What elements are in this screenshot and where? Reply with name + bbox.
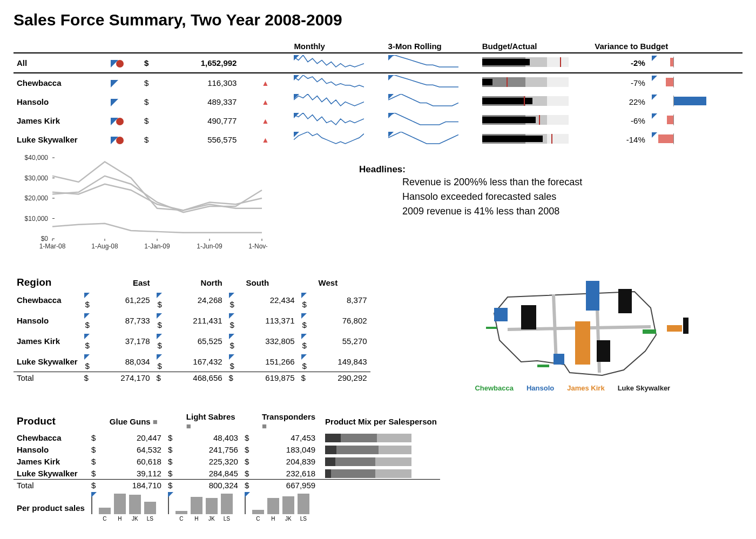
svg-rect-30	[597, 340, 610, 362]
cell-value: 61,225	[98, 289, 153, 310]
drill-icon[interactable]	[111, 137, 118, 144]
drill-icon[interactable]	[652, 95, 657, 100]
mini-bar-label: C	[176, 516, 187, 522]
drill-icon[interactable]	[294, 55, 299, 60]
drill-icon[interactable]	[245, 492, 250, 497]
sales-name: Luke Skywalker	[14, 130, 107, 149]
summary-table: Monthly 3-Mon Rolling Budget/Actual Vari…	[14, 40, 742, 149]
headlines: Headlines: Revenue is 200%% less than th…	[267, 153, 742, 219]
cell-value: 87,733	[98, 310, 153, 331]
cell-value: 184,710	[106, 480, 165, 491]
currency-symbol: $	[141, 111, 158, 130]
svg-text:1-Mar-08: 1-Mar-08	[39, 242, 66, 250]
row-icons	[107, 53, 141, 73]
drill-icon[interactable]	[294, 94, 299, 99]
variance-bar	[652, 133, 711, 144]
drill-icon[interactable]	[157, 334, 162, 339]
drill-icon[interactable]	[84, 293, 90, 298]
monthly-sparkline	[294, 75, 364, 91]
cell-value: 225,320	[183, 455, 241, 467]
row-icons	[107, 130, 141, 149]
bullet-chart	[482, 96, 569, 106]
region-row: Hansolo$87,733$211,431$113,371$76,802	[14, 310, 370, 331]
mini-bar-label: JK	[206, 516, 218, 522]
drill-icon[interactable]	[652, 76, 657, 81]
svg-rect-23	[494, 308, 508, 321]
revenue-value: 489,337	[158, 92, 240, 111]
drill-icon[interactable]	[111, 118, 118, 125]
cell-value: 60,618	[106, 455, 165, 467]
svg-rect-27	[667, 325, 682, 332]
cell-value: 619,875	[243, 372, 298, 384]
drill-icon[interactable]	[388, 94, 394, 99]
trend-chart: $40,000$30,000$20,000$10,000$01-Mar-081-…	[14, 152, 267, 257]
row-icons	[107, 111, 141, 130]
per-product-label: Per product sales	[14, 491, 88, 524]
drill-icon[interactable]	[111, 80, 118, 87]
drill-icon[interactable]	[301, 334, 307, 339]
region-table: Region East North South West Chewbacca$6…	[14, 275, 370, 383]
drill-icon[interactable]	[652, 56, 657, 61]
drill-icon[interactable]	[157, 354, 162, 360]
drill-icon[interactable]	[168, 492, 173, 497]
svg-text:1-Aug-08: 1-Aug-08	[91, 242, 118, 250]
drill-icon[interactable]	[294, 132, 299, 137]
cell-value: 149,843	[315, 351, 370, 372]
legend-item: James Kirk	[567, 384, 604, 392]
alert-icon: ▲	[261, 136, 269, 144]
drill-icon[interactable]	[652, 113, 657, 119]
drill-icon[interactable]	[301, 313, 307, 319]
drill-icon[interactable]	[388, 75, 394, 80]
drill-icon[interactable]	[229, 334, 234, 339]
drill-icon[interactable]	[652, 132, 657, 138]
cell-value: 55,270	[315, 331, 370, 351]
rolling-sparkline	[388, 94, 458, 110]
drill-icon[interactable]	[157, 313, 162, 319]
cell-value: 39,112	[106, 467, 165, 480]
variance-value: 22%	[591, 92, 648, 111]
drill-icon[interactable]	[84, 354, 90, 360]
mini-bar-chart: CHJKLS	[245, 492, 315, 522]
product-row: Luke Skywalker$39,112$284,845$232,618	[14, 467, 440, 480]
drill-icon[interactable]	[229, 313, 234, 319]
drill-icon[interactable]	[294, 113, 299, 118]
cell-value: 183,049	[259, 443, 319, 455]
mini-bar-label: H	[267, 516, 279, 522]
cell-value: 24,268	[171, 289, 226, 310]
region-total-row: Total$274,170$468,656$619,875$290,292	[14, 372, 370, 384]
svg-rect-21	[537, 365, 549, 367]
drill-icon[interactable]	[91, 492, 97, 497]
cell-value: 204,839	[259, 455, 319, 467]
drill-icon[interactable]	[84, 334, 90, 339]
drill-icon[interactable]	[388, 55, 394, 60]
currency-symbol: $	[141, 53, 158, 73]
drill-icon[interactable]	[388, 132, 394, 137]
sales-name: James Kirk	[14, 331, 81, 351]
legend-item: Luke Skywalker	[618, 384, 671, 392]
drill-icon[interactable]	[301, 354, 307, 360]
svg-text:$40,000: $40,000	[25, 154, 49, 161]
currency-symbol: $	[141, 130, 158, 149]
revenue-value: 116,303	[158, 73, 240, 92]
bullet-chart	[482, 57, 569, 67]
drill-icon[interactable]	[301, 293, 307, 298]
drill-icon[interactable]	[294, 75, 299, 80]
product-table: Product Glue Guns ■ Light Sabres ■ Trans…	[14, 411, 440, 524]
drill-icon[interactable]	[229, 293, 234, 298]
svg-rect-28	[521, 305, 536, 329]
alert-icon: ▲	[261, 98, 269, 106]
drill-icon[interactable]	[84, 313, 90, 319]
drill-icon[interactable]	[388, 113, 394, 118]
mini-bar-label: JK	[129, 516, 141, 522]
drill-icon[interactable]	[157, 293, 162, 298]
legend-item: Hansolo	[526, 384, 554, 392]
drill-icon[interactable]	[111, 99, 118, 106]
mini-bar-label: LS	[144, 516, 156, 522]
variance-value: -14%	[591, 130, 648, 149]
cell-value: 800,324	[183, 480, 241, 491]
drill-icon[interactable]	[111, 60, 118, 68]
monthly-sparkline	[294, 94, 364, 110]
drill-icon[interactable]	[229, 354, 234, 360]
mini-bar-chart: CHJKLS	[91, 492, 161, 522]
cell-value: 667,959	[259, 480, 319, 491]
